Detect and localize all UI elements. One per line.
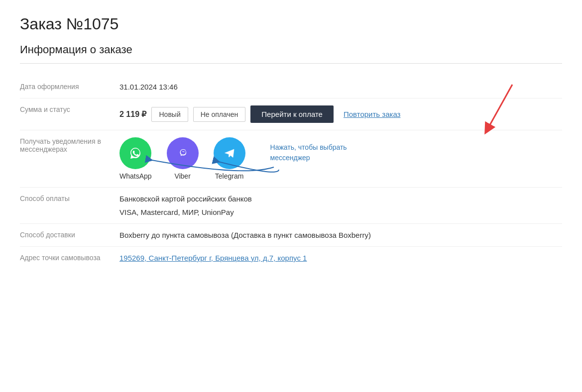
viber-item[interactable]: Viber (167, 137, 199, 180)
status-row: 2 119 ₽ Новый Не оплачен Перейти к оплат… (119, 105, 562, 123)
payment-row: Способ оплаты Банковской картой российск… (20, 188, 562, 224)
viber-icon (167, 137, 199, 169)
payment-label: Способ оплаты (20, 188, 119, 224)
whatsapp-label: WhatsApp (119, 172, 152, 180)
date-row: Дата оформления 31.01.2024 13:46 (20, 76, 562, 98)
repeat-order-button[interactable]: Повторить заказ (344, 110, 401, 118)
page-title: Заказ №1075 (20, 15, 562, 33)
address-link[interactable]: 195269, Санкт-Петербург г, Брянцева ул, … (119, 254, 307, 262)
order-info-table: Дата оформления 31.01.2024 13:46 Сумма и… (20, 76, 562, 269)
svg-point-2 (173, 144, 192, 163)
messenger-hint: Нажать, чтобы выбрать мессенджер (270, 142, 350, 163)
address-label: Адрес точки самовывоза (20, 247, 119, 270)
whatsapp-icon (119, 137, 151, 169)
messengers-label: Получать уведомления в мессенджерах (20, 130, 119, 188)
viber-label: Viber (174, 172, 190, 180)
whatsapp-item[interactable]: WhatsApp (119, 137, 152, 180)
delivery-label: Способ доставки (20, 224, 119, 247)
telegram-item[interactable]: Telegram (214, 137, 245, 180)
delivery-value: Boxberry до пункта самовывоза (Доставка … (119, 224, 562, 247)
messengers-container: WhatsApp Viber (119, 137, 562, 180)
delivery-row: Способ доставки Boxberry до пункта самов… (20, 224, 562, 247)
pay-button[interactable]: Перейти к оплате (250, 105, 334, 123)
payment-value: Банковской картой российских банков (119, 195, 562, 203)
date-value: 31.01.2024 13:46 (119, 76, 562, 98)
amount-row: Сумма и статус 2 119 ₽ Новый Не оплачен … (20, 98, 562, 130)
date-label: Дата оформления (20, 76, 119, 98)
status-payment-badge: Не оплачен (193, 107, 246, 122)
messengers-row: Получать уведомления в мессенджерах (20, 130, 562, 188)
telegram-label: Telegram (215, 172, 244, 180)
divider (20, 63, 562, 64)
address-row: Адрес точки самовывоза 195269, Санкт-Пет… (20, 247, 562, 270)
status-new-badge: Новый (151, 107, 188, 122)
telegram-icon (214, 137, 245, 169)
amount-label: Сумма и статус (20, 98, 119, 130)
section-title: Информация о заказе (20, 43, 562, 56)
svg-point-1 (126, 144, 145, 163)
payment-sub: VISA, Mastercard, МИР, UnionPay (119, 208, 562, 216)
amount-value: 2 119 ₽ (119, 109, 146, 119)
